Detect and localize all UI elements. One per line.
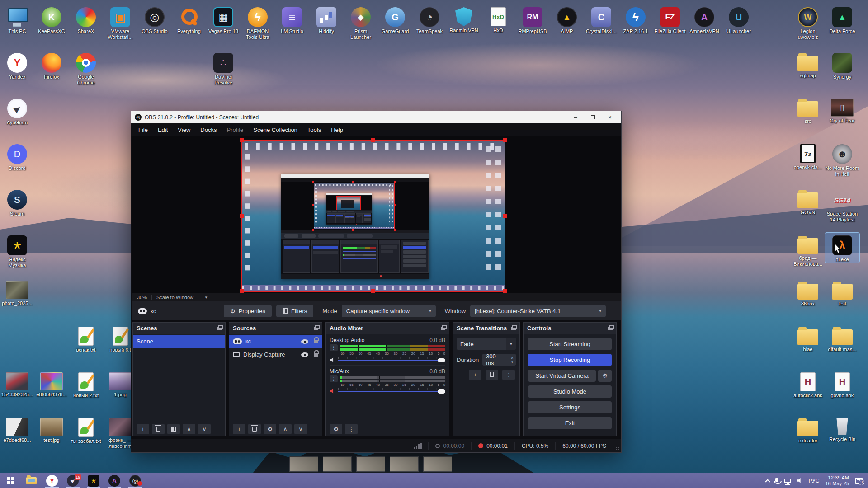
source-row[interactable]: кс [229, 335, 322, 348]
scene-row[interactable]: Scene [133, 335, 225, 348]
add-source-button[interactable]: + [233, 424, 245, 434]
desktop-icon[interactable]: ϟ ZAP 2.16.1 [618, 5, 653, 34]
source-properties-button[interactable]: ⚙ [264, 424, 276, 434]
spin-up-icon[interactable]: ∧ [511, 356, 514, 360]
window-select[interactable]: [hl.exe]: Counter-Strike VATB 4.1 ▾ [470, 305, 606, 317]
menu-item[interactable]: Edit [153, 125, 172, 135]
desktop-icon[interactable]: ▲ AIMP [550, 5, 584, 34]
menu-item[interactable]: Profile [222, 125, 248, 135]
desktop-icon[interactable]: U ULauncher [722, 5, 756, 34]
menu-item[interactable]: View [173, 125, 195, 135]
desktop-icon[interactable]: K KeePassXC [34, 5, 69, 34]
desktop-icon[interactable]: новый 2.txt [69, 370, 103, 399]
menu-item[interactable]: Docks [196, 125, 221, 135]
desktop-icon[interactable]: ты заебал.txt [69, 415, 103, 444]
desktop-icon[interactable]: GOVN [791, 187, 825, 216]
close-button[interactable]: × [602, 113, 618, 122]
desktop-icon[interactable]: difault-mas... [825, 324, 859, 352]
filters-button[interactable]: Filters [276, 305, 313, 317]
desktop-icon[interactable]: Firefox [34, 50, 69, 80]
desktop-icon[interactable]: C CrystalDiskI... [584, 5, 618, 34]
desktop-icon[interactable]: ◎ OBS Studio [137, 5, 172, 34]
desktop-icon[interactable]: A AmneziaVPN [687, 5, 722, 34]
desktop-icon[interactable]: вспак.txt [69, 324, 103, 353]
desktop-icon[interactable]: D Discord [0, 141, 34, 171]
zoom-level[interactable]: 30% [137, 295, 147, 300]
desktop-icon[interactable]: test [825, 278, 859, 307]
desktop-icon[interactable]: Google Chrome [69, 50, 103, 86]
chevron-down-icon[interactable]: ▼ [204, 296, 208, 300]
desktop-icon[interactable]: λ hl.exe [825, 233, 859, 263]
studio-mode-button[interactable]: Studio Mode [528, 385, 612, 398]
desktop-icon[interactable]: S Steam [0, 187, 34, 217]
mixer-menu-button[interactable]: ⋮ [345, 424, 358, 434]
volume-slider[interactable] [338, 357, 445, 363]
desktop-icon[interactable]: H autoclick.ahk [791, 370, 825, 399]
volume-slider[interactable] [338, 388, 445, 394]
menu-item[interactable]: Scene Collection [249, 125, 302, 135]
mode-select[interactable]: Capture specific window ▾ [342, 305, 436, 317]
hidden-icons-chevron-icon[interactable] [765, 479, 770, 484]
start-virtual-camera-button[interactable]: Start Virtual Camera [528, 370, 596, 382]
desktop-icon[interactable]: ▣ VMware Workstati... [103, 5, 137, 40]
desktop-icon[interactable]: Recycle Bin [825, 415, 859, 442]
duration-spinner[interactable]: 300 ms ∧∨ [482, 354, 516, 366]
taskbar-item[interactable]: A [104, 473, 125, 488]
selection-handle[interactable] [240, 138, 244, 142]
add-scene-button[interactable]: + [137, 424, 149, 434]
start-streaming-button[interactable]: Start Streaming [528, 338, 612, 350]
obs-titlebar[interactable]: ◎ OBS 31.0.2 - Profile: Untitled - Scene… [131, 111, 621, 123]
desktop-icon[interactable]: ▯ Cry of Fear [825, 96, 859, 124]
taskbar-item[interactable]: ▶ 19 [62, 473, 83, 488]
popout-icon[interactable] [314, 327, 318, 330]
taskbar-item[interactable]: * [83, 473, 104, 488]
selection-handle[interactable] [371, 138, 375, 142]
desktop-icon[interactable]: FZ FileZilla Client [653, 5, 687, 34]
desktop-icon[interactable]: 7z openvk-cla... [791, 141, 825, 170]
selection-handle[interactable] [503, 289, 507, 293]
desktop-icon[interactable]: ▦ Vegas Pro 13 [206, 5, 241, 34]
taskbar-item[interactable]: ◎ [125, 473, 146, 488]
scenes-header[interactable]: Scenes [133, 323, 225, 334]
clock[interactable]: 12:39 AM 16-May-25 [825, 475, 849, 487]
popout-icon[interactable] [217, 327, 222, 330]
desktop-icon[interactable]: ◆ Prism Launcher [344, 5, 378, 40]
desktop-icon[interactable]: H govno.ahk [825, 370, 859, 399]
slider-handle[interactable] [438, 358, 445, 362]
lock-icon[interactable] [314, 340, 318, 343]
minimize-button[interactable]: – [568, 113, 583, 122]
desktop-icon[interactable]: ◔ TeamSpeak [412, 5, 447, 34]
desktop-icon[interactable]: Radmin VPN [447, 5, 481, 33]
stop-recording-button[interactable]: Stop Recording [528, 354, 612, 366]
desktop-icon[interactable]: Y Yandex [0, 50, 34, 80]
selection-handle[interactable] [240, 289, 244, 293]
source-row[interactable]: Display Capture [229, 348, 322, 361]
mic-muted-icon[interactable] [330, 389, 335, 394]
channel-menu-button[interactable]: ⋮ [330, 375, 338, 382]
desktop-icon[interactable]: W Legion uwow.biz [791, 5, 825, 40]
visibility-eye-icon[interactable] [301, 339, 308, 344]
exit-button[interactable]: Exit [528, 417, 612, 429]
menu-item[interactable]: Help [326, 125, 348, 135]
desktop-icon[interactable]: exloader [791, 415, 825, 444]
selection-handle[interactable] [371, 289, 375, 293]
desktop-icon[interactable]: test.jpg [34, 415, 69, 443]
desktop-icon[interactable]: ▶ AyuGram [0, 96, 34, 126]
desktop-icon[interactable]: e7ddedf68... [0, 415, 34, 443]
add-transition-button[interactable]: + [469, 370, 481, 380]
audio-mixer-header[interactable]: Audio Mixer [326, 323, 449, 334]
controls-header[interactable]: Controls [524, 323, 616, 334]
desktop-icon[interactable]: ☻ No More Room in Hell [825, 141, 859, 177]
move-source-up-button[interactable]: ∧ [279, 424, 292, 434]
popout-icon[interactable] [608, 327, 613, 330]
scale-mode[interactable]: Scale to Window [156, 295, 193, 300]
selection-handle[interactable] [240, 214, 244, 218]
taskbar-item[interactable] [21, 473, 42, 488]
desktop-icon[interactable]: photo_2025... [0, 278, 34, 306]
desktop-icon[interactable]: 86box [791, 278, 825, 307]
taskbar-item[interactable]: Y [42, 473, 62, 488]
desktop-icon[interactable]: hlae [791, 324, 825, 352]
notification-center-icon[interactable]: 3 [855, 478, 863, 484]
virtual-camera-settings-button[interactable]: ⚙ [598, 370, 612, 382]
desktop-icon[interactable]: * Яндекс Музыка [0, 233, 34, 268]
